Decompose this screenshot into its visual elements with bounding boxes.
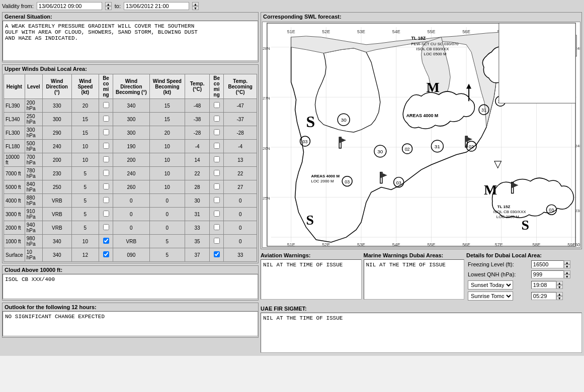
general-situation-textarea[interactable]: A WEAK EASTERLY PRESSURE GRADIENT WILL C… [3, 21, 258, 61]
wind-data-input[interactable] [187, 103, 207, 109]
wind-data-input[interactable] [157, 144, 177, 149]
wind-data-input[interactable] [157, 225, 177, 231]
validity-from-down[interactable]: ▼ [105, 6, 112, 10]
sunrise-spinner[interactable]: ▲ ▼ [556, 292, 563, 300]
wind-data-input[interactable] [187, 212, 207, 217]
becoming-checkbox[interactable] [103, 102, 109, 108]
wind-data-input[interactable] [157, 212, 177, 217]
becoming-checkbox[interactable] [103, 116, 109, 122]
wind-data-input[interactable] [75, 103, 95, 109]
sunset-down[interactable]: ▼ [556, 285, 563, 289]
becoming-checkbox[interactable] [214, 211, 220, 217]
qnh-spinner[interactable]: ▲ ▼ [564, 270, 570, 278]
wind-data-input[interactable] [230, 225, 251, 231]
wind-data-input[interactable] [230, 117, 251, 122]
becoming-checkbox[interactable] [103, 211, 109, 217]
wind-data-input[interactable] [230, 130, 251, 136]
outlook-textarea[interactable]: NO SIGNIFICANT CHANGE EXPECTED [3, 311, 258, 336]
becoming-checkbox[interactable] [103, 156, 109, 162]
validity-to-up[interactable]: ▲ [192, 2, 199, 6]
wind-data-input[interactable] [75, 239, 95, 244]
wind-data-input[interactable] [47, 157, 67, 163]
freezing-down[interactable]: ▼ [564, 264, 570, 268]
wind-data-input[interactable] [121, 239, 141, 244]
wind-data-input[interactable] [121, 103, 141, 109]
wind-data-input[interactable] [187, 130, 207, 136]
wind-data-input[interactable] [47, 212, 67, 217]
wind-data-input[interactable] [187, 252, 207, 258]
wind-data-input[interactable] [75, 171, 95, 176]
becoming-checkbox[interactable] [103, 224, 109, 230]
sunrise-tomorrow-select[interactable]: Sunrise Tomorrow [468, 291, 513, 301]
becoming-checkbox[interactable] [214, 238, 220, 244]
freezing-up[interactable]: ▲ [564, 260, 570, 264]
wind-data-input[interactable] [230, 103, 251, 109]
marine-warnings-textarea[interactable]: NIL AT THE TIME OF ISSUE [364, 259, 465, 300]
becoming-checkbox[interactable] [103, 170, 109, 176]
wind-data-input[interactable] [75, 252, 95, 258]
sunrise-up[interactable]: ▲ [556, 292, 563, 296]
qnh-up[interactable]: ▲ [564, 270, 570, 274]
wind-data-input[interactable] [75, 157, 95, 163]
wind-data-input[interactable] [187, 171, 207, 176]
wind-data-input[interactable] [75, 225, 95, 231]
wind-data-input[interactable] [230, 184, 251, 190]
wind-data-input[interactable] [121, 171, 141, 176]
wind-data-input[interactable] [157, 171, 177, 176]
wind-data-input[interactable] [157, 198, 177, 204]
wind-data-input[interactable] [230, 239, 251, 244]
becoming-checkbox[interactable] [103, 251, 109, 257]
wind-data-input[interactable] [75, 144, 95, 149]
aviation-warnings-textarea[interactable]: NIL AT THE TIME OF ISSUE [261, 259, 362, 300]
wind-data-input[interactable] [47, 225, 67, 231]
becoming-checkbox[interactable] [214, 224, 220, 230]
becoming-checkbox[interactable] [214, 197, 220, 203]
wind-data-input[interactable] [187, 198, 207, 204]
validity-to-spinner[interactable]: ▲ ▼ [192, 2, 199, 10]
wind-data-input[interactable] [230, 157, 251, 163]
becoming-checkbox[interactable] [214, 102, 220, 108]
wind-data-input[interactable] [230, 144, 251, 149]
becoming-checkbox[interactable] [214, 183, 220, 189]
becoming-checkbox[interactable] [103, 143, 109, 149]
freezing-level-spinner[interactable]: ▲ ▼ [564, 260, 570, 268]
sunset-up[interactable]: ▲ [556, 281, 563, 285]
wind-data-input[interactable] [47, 103, 67, 109]
sunset-today-select[interactable]: Sunset Today [468, 280, 513, 289]
validity-from-input[interactable] [37, 2, 102, 10]
wind-data-input[interactable] [187, 144, 207, 149]
wind-data-input[interactable] [157, 130, 177, 136]
validity-to-input[interactable] [124, 2, 189, 10]
validity-to-down[interactable]: ▼ [192, 6, 199, 10]
wind-data-input[interactable] [230, 212, 251, 217]
wind-data-input[interactable] [121, 117, 141, 122]
wind-data-input[interactable] [187, 157, 207, 163]
wind-data-input[interactable] [75, 212, 95, 217]
wind-data-input[interactable] [47, 239, 67, 244]
wind-data-input[interactable] [121, 130, 141, 136]
becoming-checkbox[interactable] [103, 129, 109, 135]
wind-data-input[interactable] [157, 157, 177, 163]
wind-data-input[interactable] [121, 144, 141, 149]
wind-data-input[interactable] [47, 198, 67, 204]
freezing-level-input[interactable] [531, 260, 564, 268]
wind-data-input[interactable] [47, 171, 67, 176]
wind-data-input[interactable] [157, 184, 177, 190]
qnh-down[interactable]: ▼ [564, 274, 570, 278]
sunrise-down[interactable]: ▼ [556, 296, 563, 300]
wind-data-input[interactable] [121, 157, 141, 163]
validity-from-spinner[interactable]: ▲ ▼ [105, 2, 112, 10]
becoming-checkbox[interactable] [214, 116, 220, 122]
becoming-checkbox[interactable] [103, 197, 109, 203]
wind-data-input[interactable] [75, 198, 95, 204]
wind-data-input[interactable] [47, 184, 67, 190]
wind-data-input[interactable] [121, 198, 141, 204]
wind-data-input[interactable] [121, 184, 141, 190]
lowest-qnh-input[interactable] [531, 270, 564, 278]
wind-data-input[interactable] [157, 239, 177, 244]
wind-data-input[interactable] [157, 252, 177, 258]
wind-data-input[interactable] [47, 144, 67, 149]
sunset-spinner[interactable]: ▲ ▼ [556, 281, 563, 289]
wind-data-input[interactable] [121, 212, 141, 217]
wind-data-input[interactable] [230, 171, 251, 176]
